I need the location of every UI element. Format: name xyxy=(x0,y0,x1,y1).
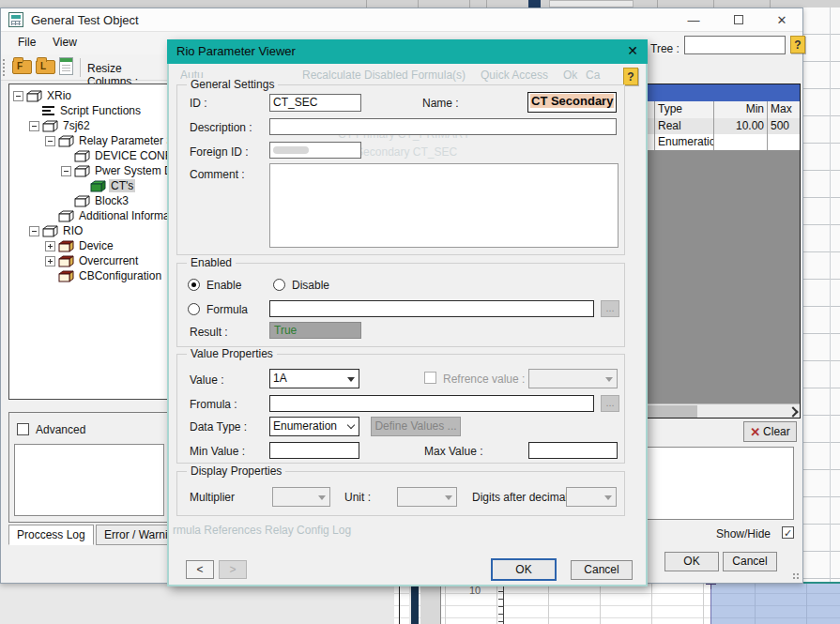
resize-grip[interactable] xyxy=(792,572,801,581)
tree-item-label: DEVICE CONFI xyxy=(93,149,168,162)
cube-red-icon xyxy=(58,270,74,282)
show-hide-checkbox[interactable]: ✓ xyxy=(782,526,794,539)
open-file-button[interactable]: F xyxy=(12,60,32,74)
formula-browse-button[interactable]: ... xyxy=(601,300,619,317)
name-input[interactable]: CT Secondary xyxy=(527,92,617,113)
maximize-button[interactable] xyxy=(720,8,757,32)
menu-view[interactable]: View xyxy=(53,36,77,49)
tree-panel[interactable]: XRio Script Functions 7sj62 Relay Parame… xyxy=(8,84,168,400)
tree-item-xrio[interactable]: XRio xyxy=(13,88,73,103)
comment-textarea[interactable] xyxy=(269,163,619,248)
tab-process-log[interactable]: Proccess Log xyxy=(8,525,94,545)
id-input[interactable]: CT_SEC xyxy=(269,94,361,112)
column-type[interactable]: Type xyxy=(655,101,714,118)
background-spreadsheet-right xyxy=(803,8,840,584)
load-file-button[interactable]: L xyxy=(36,60,55,74)
tree-item-label: Device xyxy=(77,239,115,252)
value-formula-input[interactable] xyxy=(269,395,594,412)
tree-item-label: Pwer System Da xyxy=(93,164,168,177)
value-combo[interactable]: 1A xyxy=(269,369,359,388)
tree-item-7sj62[interactable]: 7sj62 xyxy=(29,118,92,133)
disable-radio[interactable] xyxy=(273,279,285,291)
menu-file[interactable]: File xyxy=(18,36,36,49)
log-list[interactable] xyxy=(14,444,164,516)
tree-item-pwer-system[interactable]: Pwer System Da xyxy=(61,163,168,178)
max-value-input[interactable] xyxy=(528,442,618,459)
id-label: ID : xyxy=(190,97,207,110)
ghost-tabs: rmula References Relay Config Log xyxy=(173,524,351,537)
tree-item-overcurrent[interactable]: Overcurrent xyxy=(45,253,140,268)
foreign-id-label: Foreign ID : xyxy=(190,145,249,159)
scrollbar-thumb[interactable] xyxy=(646,405,697,418)
table-row[interactable]: Enumeration xyxy=(646,134,800,150)
tree-item-label: Additional Informatio xyxy=(77,209,168,222)
reference-value-checkbox[interactable] xyxy=(424,372,436,384)
unit-combo[interactable] xyxy=(397,487,457,507)
expander-plus-icon[interactable] xyxy=(45,256,55,266)
window-cancel-button[interactable]: Cancel xyxy=(723,552,777,571)
cube-icon xyxy=(42,225,58,237)
clear-button[interactable]: ✕ Clear xyxy=(743,421,797,442)
advanced-panel: Advanced xyxy=(8,412,168,523)
column-min[interactable]: Min xyxy=(714,101,768,118)
tree-item-device[interactable]: Device xyxy=(45,238,115,253)
foreign-id-input[interactable] xyxy=(269,142,361,159)
report-icon[interactable] xyxy=(59,57,73,75)
title-bar[interactable]: General Test Object — ✕ xyxy=(1,8,802,32)
formula-input[interactable] xyxy=(269,300,594,317)
result-value: True xyxy=(269,322,361,339)
window-ok-button[interactable]: OK xyxy=(664,552,719,571)
dialog-help-button[interactable]: ? xyxy=(623,68,638,85)
define-values-button[interactable]: Define Values ... xyxy=(371,417,461,436)
tree-item-label: XRio xyxy=(45,89,73,102)
dialog-cancel-button[interactable]: Cancel xyxy=(571,560,633,580)
close-button[interactable]: ✕ xyxy=(763,8,801,32)
output-box[interactable] xyxy=(645,447,794,520)
toolbar-grip[interactable] xyxy=(3,59,7,76)
enable-radio[interactable] xyxy=(188,279,200,291)
expander-minus-icon[interactable] xyxy=(61,166,71,176)
dialog-ok-button[interactable]: OK xyxy=(491,558,557,581)
previous-button[interactable]: < xyxy=(186,560,214,579)
value-formula-browse-button[interactable]: ... xyxy=(601,395,619,412)
tree-input[interactable] xyxy=(684,36,786,54)
table-row[interactable]: Real 10.00 500 xyxy=(646,118,800,134)
dialog-close-icon[interactable]: ✕ xyxy=(627,43,638,58)
tree-item-script-functions[interactable]: Script Functions xyxy=(29,103,143,118)
dialog-title-bar[interactable]: Rio Parameter Viewer ✕ xyxy=(167,39,648,64)
tree-item-additional-info[interactable]: Additional Informatio xyxy=(45,208,168,223)
expander-minus-icon[interactable] xyxy=(29,121,39,131)
tree-item-device-config[interactable]: DEVICE CONFI xyxy=(61,148,168,163)
tree-item-relay-parameter[interactable]: Relay Parameter Se xyxy=(45,133,168,148)
help-button[interactable]: ? xyxy=(790,36,805,53)
min-value-input[interactable] xyxy=(269,442,359,459)
parameter-table[interactable]: Type Min Max Real 10.00 500 Enumeration xyxy=(645,84,801,419)
comment-label: Comment : xyxy=(190,168,245,181)
description-input[interactable] xyxy=(269,118,617,135)
expander-plus-icon[interactable] xyxy=(45,241,55,251)
multiplier-combo[interactable] xyxy=(272,487,330,507)
expander-minus-icon[interactable] xyxy=(13,91,23,101)
data-type-combo[interactable]: Enumeration xyxy=(269,417,359,436)
scroll-right-icon[interactable] xyxy=(787,406,798,417)
dropdown-arrow-icon xyxy=(318,495,326,500)
tree-item-cts[interactable]: CT's xyxy=(77,178,135,193)
tree-item-block3[interactable]: Block3 xyxy=(61,193,130,208)
tree-item-cbconfiguration[interactable]: CBConfiguration xyxy=(45,268,163,283)
advanced-checkbox[interactable] xyxy=(17,423,29,435)
expander-minus-icon[interactable] xyxy=(45,136,55,146)
tree-item-rio[interactable]: RIO xyxy=(29,223,84,238)
next-button[interactable]: > xyxy=(219,560,247,579)
minimize-button[interactable]: — xyxy=(675,8,712,32)
tree-item-label: CBConfiguration xyxy=(77,269,163,282)
formula-radio[interactable] xyxy=(188,303,200,315)
clear-x-icon: ✕ xyxy=(750,425,760,439)
digits-combo[interactable] xyxy=(566,487,617,507)
rio-parameter-viewer-dialog: Rio Parameter Viewer ✕ Autu Recalculate … xyxy=(167,39,648,586)
horizontal-scrollbar[interactable] xyxy=(646,403,800,418)
unit-label: Unit : xyxy=(344,491,371,504)
column-max[interactable]: Max xyxy=(768,101,800,118)
expander-minus-icon[interactable] xyxy=(29,226,39,236)
reference-value-combo[interactable] xyxy=(528,369,618,388)
background-top-strip xyxy=(0,0,840,8)
